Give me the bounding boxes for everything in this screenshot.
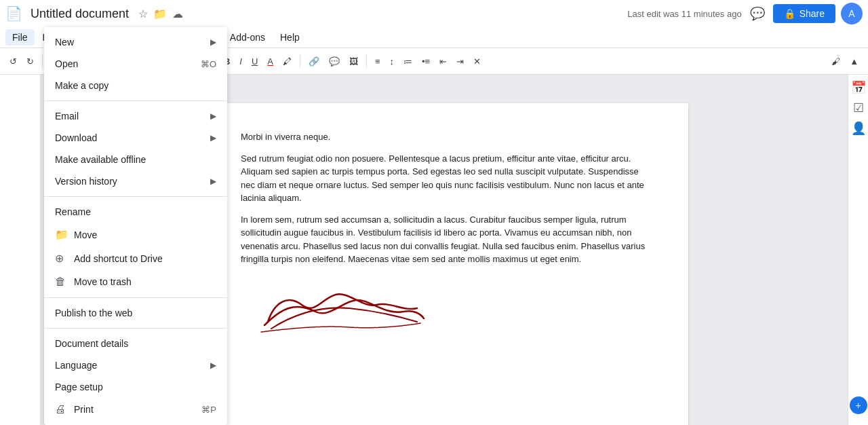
text-color-button[interactable]: A — [263, 54, 277, 69]
italic-button[interactable]: I — [235, 54, 246, 69]
document-page[interactable]: Morbi in viverra neque. Sed rutrum feugi… — [200, 103, 688, 425]
comment-button[interactable]: 💬 — [325, 54, 344, 69]
clear-format-button[interactable]: ✕ — [469, 54, 485, 69]
menu-open[interactable]: Open ⌘O — [44, 53, 227, 75]
menu-move[interactable]: 📁 Move — [44, 223, 227, 246]
share-lock-icon: 🔒 — [784, 8, 795, 19]
menu-file[interactable]: File — [5, 29, 35, 45]
menu-add-shortcut[interactable]: ⊕ Add shortcut to Drive — [44, 246, 227, 270]
folder-icon[interactable]: 📁 — [153, 7, 167, 20]
align-button[interactable]: ≡ — [371, 54, 384, 69]
title-bar: 📄 Untitled document ☆ 📁 ☁ Last edit was … — [0, 0, 868, 27]
signature-svg — [241, 274, 431, 342]
menu-offline[interactable]: Make available offline — [44, 149, 227, 170]
indent-less-button[interactable]: ⇤ — [435, 54, 451, 69]
menu-rename[interactable]: Rename — [44, 201, 227, 223]
doc-icon: 📄 — [5, 5, 22, 22]
calendar-icon[interactable]: 📅 — [851, 80, 866, 95]
indent-more-button[interactable]: ⇥ — [452, 54, 468, 69]
separator-3 — [44, 297, 227, 298]
line-spacing-button[interactable]: ↕ — [386, 54, 399, 69]
menu-make-copy[interactable]: Make a copy — [44, 75, 227, 96]
menu-new[interactable]: New ▶ — [44, 31, 227, 53]
list-button[interactable]: ≔ — [399, 54, 416, 69]
menu-publish[interactable]: Publish to the web — [44, 302, 227, 324]
share-label: Share — [800, 8, 825, 19]
toolbar-divider-6 — [366, 54, 367, 68]
format-paint-button[interactable]: 🖌 — [827, 54, 844, 69]
share-button[interactable]: 🔒 Share — [773, 4, 835, 23]
highlight-button[interactable]: 🖍 — [279, 54, 296, 69]
separator-1 — [44, 100, 227, 101]
file-dropdown-menu: New ▶ Open ⌘O Make a copy Email ▶ Downlo… — [44, 27, 227, 425]
redo-button[interactable]: ↻ — [22, 54, 38, 69]
last-edit-text: Last edit was 11 minutes ago — [627, 9, 741, 19]
toolbar-divider-5 — [300, 54, 300, 68]
doc-para2: Sed rutrum feugiat odio non posuere. Pel… — [241, 152, 648, 205]
scroll-to-bottom-button[interactable]: + — [850, 396, 867, 414]
menu-addons[interactable]: Add-ons — [223, 29, 272, 45]
menu-email[interactable]: Email ▶ — [44, 105, 227, 127]
add-shortcut-icon: ⊕ — [55, 252, 68, 265]
contacts-icon[interactable]: 👤 — [851, 121, 866, 136]
avatar[interactable]: A — [841, 3, 863, 24]
move-folder-icon: 📁 — [55, 228, 68, 241]
star-icon[interactable]: ☆ — [138, 7, 148, 20]
menu-help[interactable]: Help — [273, 29, 307, 45]
doc-para1: Morbi in viverra neque. — [241, 130, 648, 144]
menu-language[interactable]: Language ▶ — [44, 354, 227, 376]
menu-print[interactable]: 🖨 Print ⌘P — [44, 398, 227, 421]
menu-trash[interactable]: 🗑 Move to trash — [44, 270, 227, 293]
print-icon: 🖨 — [55, 403, 68, 415]
menu-document-details[interactable]: Document details — [44, 333, 227, 354]
right-panel: 📅 ☑ 👤 + — [848, 75, 868, 425]
link-button[interactable]: 🔗 — [304, 54, 323, 69]
menu-version-history[interactable]: Version history ▶ — [44, 170, 227, 192]
undo-button[interactable]: ↺ — [5, 54, 21, 69]
signature-area — [241, 274, 648, 346]
comments-button[interactable]: 💬 — [747, 3, 768, 24]
left-panel — [0, 75, 41, 425]
separator-2 — [44, 196, 227, 197]
cloud-icon[interactable]: ☁ — [172, 7, 183, 20]
doc-title: Untitled document — [31, 7, 129, 21]
bullet-button[interactable]: •≡ — [418, 54, 434, 69]
menu-page-setup[interactable]: Page setup — [44, 376, 227, 398]
separator-4 — [44, 328, 227, 329]
underline-button[interactable]: U — [248, 54, 262, 69]
title-icons: ☆ 📁 ☁ — [138, 7, 183, 20]
trash-icon: 🗑 — [55, 276, 68, 288]
tasks-icon[interactable]: ☑ — [853, 100, 864, 115]
image-button[interactable]: 🖼 — [345, 54, 362, 69]
menu-download[interactable]: Download ▶ — [44, 127, 227, 149]
collapse-toolbar-button[interactable]: ▲ — [846, 54, 863, 69]
toolbar-divider-1 — [42, 54, 43, 68]
doc-para3: In lorem sem, rutrum sed accumsan a, sol… — [241, 213, 648, 266]
